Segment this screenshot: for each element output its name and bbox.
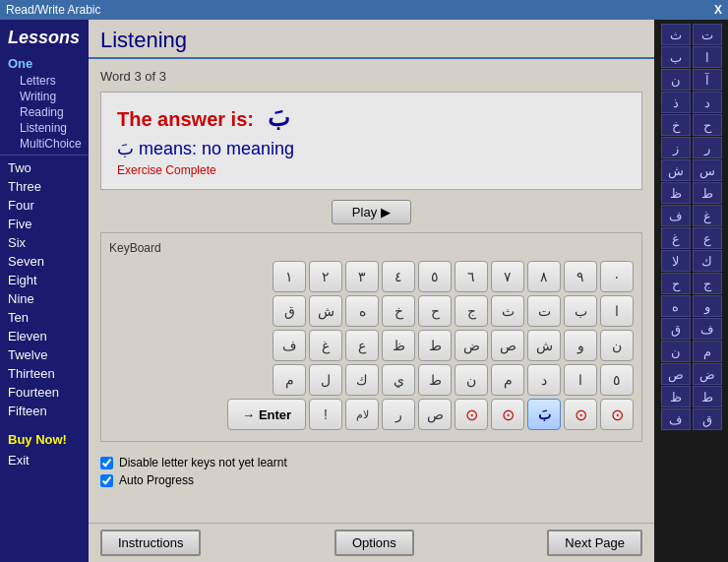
kb-key-kha[interactable]: خ	[382, 295, 415, 327]
disable-keys-checkbox[interactable]	[100, 457, 113, 469]
kb-key-3[interactable]: ٣	[345, 261, 379, 292]
sidebar-item-ten[interactable]: Ten	[0, 308, 89, 327]
sidebar-item-twelve[interactable]: Twelve	[0, 345, 89, 364]
kb-key-excl[interactable]: !	[309, 399, 342, 430]
arabic-char[interactable]: غ	[693, 205, 722, 226]
arabic-char[interactable]: ص	[661, 363, 691, 385]
arabic-char[interactable]: و	[693, 295, 722, 317]
kb-key-ha[interactable]: ه	[345, 295, 379, 327]
kb-key-fa[interactable]: ف	[273, 330, 306, 361]
arabic-char[interactable]: ن	[661, 69, 691, 91]
arabic-char[interactable]: ت	[693, 24, 722, 45]
sidebar-item-fifteen[interactable]: Fifteen	[0, 402, 89, 420]
sidebar-sub-listening[interactable]: Listening	[0, 120, 89, 136]
arabic-char[interactable]: د	[693, 92, 722, 113]
kb-key-7[interactable]: ٧	[491, 261, 524, 292]
arabic-char[interactable]: ن	[661, 341, 691, 362]
arabic-char[interactable]: ط	[693, 182, 722, 204]
kb-key-hah[interactable]: ح	[418, 295, 452, 327]
exit-button[interactable]: Exit	[0, 451, 89, 469]
play-button[interactable]: Play ▶	[332, 200, 411, 224]
kb-key-special2[interactable]: ⊙	[491, 399, 524, 430]
options-button[interactable]: Options	[334, 530, 414, 556]
arabic-char[interactable]: ذ	[661, 92, 691, 113]
kb-key-sheen[interactable]: ش	[527, 330, 561, 361]
sidebar-item-thirteen[interactable]: Thirteen	[0, 364, 89, 383]
kb-key-ra[interactable]: ر	[382, 399, 415, 430]
kb-key-zah[interactable]: ظ	[382, 330, 415, 361]
arabic-char[interactable]: ظ	[661, 182, 691, 204]
sidebar-item-five[interactable]: Five	[0, 215, 89, 233]
arabic-char[interactable]: ب	[661, 46, 691, 68]
kb-key-qaf[interactable]: ق	[273, 295, 306, 327]
arabic-char[interactable]: ا	[693, 46, 722, 68]
kb-key-alef2[interactable]: ا	[564, 364, 597, 396]
kb-key-dad[interactable]: ض	[455, 330, 488, 361]
kb-key-sad[interactable]: ص	[491, 330, 524, 361]
kb-key-lam[interactable]: ل	[309, 364, 342, 396]
kb-key-5[interactable]: ٥	[600, 364, 634, 396]
sidebar-item-eight[interactable]: Eight	[0, 271, 89, 289]
sidebar-item-two[interactable]: Two	[0, 158, 89, 177]
kb-key-1[interactable]: ١	[273, 261, 306, 292]
arabic-char[interactable]: ش	[661, 159, 691, 181]
kb-key-beh[interactable]: ب	[564, 295, 597, 327]
arabic-char[interactable]: ح	[661, 273, 691, 294]
kb-key-8[interactable]: ٨	[527, 261, 561, 292]
arabic-char[interactable]: ع	[693, 227, 722, 249]
instructions-button[interactable]: Instructions	[100, 530, 201, 556]
sidebar-sub-writing[interactable]: Writing	[0, 89, 89, 104]
kb-key-9[interactable]: ٩	[564, 261, 597, 292]
kb-key-theh[interactable]: ث	[491, 295, 524, 327]
kb-key-beh-vowel[interactable]: بَ	[527, 399, 561, 430]
kb-key-0[interactable]: ٠	[600, 261, 634, 292]
kb-key-teh[interactable]: ت	[527, 295, 561, 327]
kb-key-yeh[interactable]: ي	[382, 364, 415, 396]
close-button[interactable]: X	[714, 3, 722, 17]
kb-key-waw[interactable]: و	[564, 330, 597, 361]
kb-key-nun2[interactable]: ن	[455, 364, 488, 396]
enter-button[interactable]: → Enter	[227, 399, 306, 430]
buy-now-button[interactable]: Buy Now!	[0, 428, 89, 451]
kb-key-kaf[interactable]: ك	[345, 364, 379, 396]
arabic-char[interactable]: ر	[693, 137, 722, 158]
kb-key-nun[interactable]: ن	[600, 330, 634, 361]
kb-key-dal[interactable]: د	[527, 364, 561, 396]
arabic-char[interactable]: ه	[661, 295, 691, 317]
kb-key-2[interactable]: ٢	[309, 261, 342, 292]
kb-key-ain[interactable]: ع	[345, 330, 379, 361]
arabic-char[interactable]: ظ	[661, 386, 691, 407]
sidebar-sub-reading[interactable]: Reading	[0, 104, 89, 120]
arabic-char[interactable]: ق	[693, 408, 722, 430]
sidebar-sub-multichoice[interactable]: MultiChoice	[0, 136, 89, 152]
kb-key-jeem[interactable]: ج	[455, 295, 488, 327]
sidebar-item-eleven[interactable]: Eleven	[0, 327, 89, 345]
arabic-char[interactable]: لا	[661, 250, 691, 272]
arabic-char[interactable]: ح	[693, 114, 722, 136]
kb-key-tta[interactable]: ط	[418, 364, 452, 396]
next-page-button[interactable]: Next Page	[547, 530, 642, 556]
arabic-char[interactable]: غ	[661, 227, 691, 249]
arabic-char[interactable]: م	[693, 341, 722, 362]
kb-key-lam-alef[interactable]: لام	[345, 399, 379, 430]
sidebar-sub-letters[interactable]: Letters	[0, 73, 89, 89]
sidebar-section-one[interactable]: One	[0, 54, 89, 73]
arabic-char[interactable]: س	[693, 159, 722, 181]
arabic-char[interactable]: ف	[661, 205, 691, 226]
sidebar-item-three[interactable]: Three	[0, 177, 89, 196]
sidebar-item-four[interactable]: Four	[0, 196, 89, 215]
arabic-char[interactable]: ث	[661, 24, 691, 45]
kb-key-shin[interactable]: ش	[309, 295, 342, 327]
kb-key-sad2[interactable]: ص	[418, 399, 452, 430]
kb-key-special4[interactable]: ⊙	[600, 399, 634, 430]
kb-key-special1[interactable]: ⊙	[455, 399, 488, 430]
arabic-char[interactable]: ف	[661, 408, 691, 430]
arabic-char[interactable]: ض	[693, 363, 722, 385]
kb-key-5[interactable]: ٥	[418, 261, 452, 292]
sidebar-item-seven[interactable]: Seven	[0, 252, 89, 271]
kb-key-alef[interactable]: ا	[600, 295, 634, 327]
kb-key-ghain[interactable]: غ	[309, 330, 342, 361]
kb-key-meem2[interactable]: م	[491, 364, 524, 396]
kb-key-meem[interactable]: م	[273, 364, 306, 396]
kb-key-6[interactable]: ٦	[455, 261, 488, 292]
